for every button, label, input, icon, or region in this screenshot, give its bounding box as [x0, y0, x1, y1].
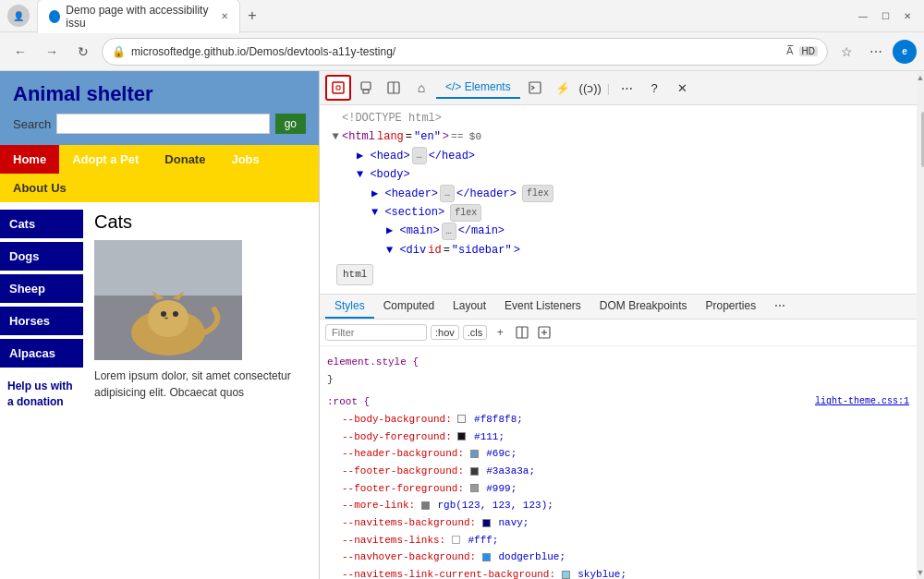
close-devtools-button[interactable]: ✕ [669, 75, 695, 101]
swatch-navhover-bg[interactable] [482, 553, 491, 561]
elements-tab[interactable]: </> Elements [436, 77, 520, 99]
add-style-button[interactable]: + [491, 323, 509, 342]
swatch-more-link[interactable] [421, 501, 430, 510]
swatch-footer-fg[interactable] [470, 484, 479, 492]
styles-tab[interactable]: Styles [325, 295, 374, 319]
window-controls: — ☐ ✕ [854, 6, 917, 25]
sidebar-item-horses[interactable]: Horses [0, 307, 83, 335]
nav-home[interactable]: Home [0, 145, 59, 174]
nav-about[interactable]: About Us [0, 174, 79, 202]
swatch-footer-bg[interactable] [470, 467, 479, 476]
new-tab-button[interactable]: + [240, 4, 264, 28]
collections-icon[interactable]: ⋯ [863, 39, 889, 65]
sidebar-help-text: Help us with a donation [0, 371, 83, 417]
nav-donate[interactable]: Donate [152, 145, 218, 174]
nav-jobs[interactable]: Jobs [218, 145, 272, 174]
search-button[interactable]: go [275, 114, 306, 134]
swatch-current-bg[interactable] [562, 571, 570, 579]
home-button[interactable]: ⌂ [408, 75, 434, 101]
nav-adopt[interactable]: Adopt a Pet [59, 145, 152, 174]
svg-rect-10 [363, 90, 369, 93]
svg-point-3 [148, 300, 188, 337]
computed-tab[interactable]: Computed [374, 295, 444, 319]
dom-breakpoints-tab[interactable]: DOM Breakpoints [590, 295, 697, 319]
inspect-element-button[interactable] [325, 75, 351, 101]
styles-toolbar: :hov .cls + [320, 320, 917, 346]
scroll-up-arrow[interactable]: ▲ [917, 71, 924, 84]
title-bar: 👤 Demo page with accessibility issu ✕ + … [0, 0, 924, 32]
svg-point-5 [173, 311, 178, 317]
svg-point-4 [161, 311, 166, 317]
tree-doctype: <!DOCTYPE html> [327, 109, 909, 127]
html-label: html [336, 264, 373, 285]
lorem-text: Lorem ipsum dolor, sit amet consectetur … [94, 368, 308, 401]
main-area: Animal shelter Search go Home Adopt a Pe… [0, 71, 924, 579]
help-button[interactable]: ? [641, 75, 667, 101]
swatch-body-fg[interactable] [457, 432, 466, 440]
svg-rect-8 [333, 82, 344, 93]
tab-favicon [49, 10, 60, 23]
css-var-current-bg: --navitems-link-current-background: skyb… [327, 566, 909, 579]
devtools-scrollbar[interactable]: ▲ ▼ [917, 71, 924, 579]
debugger-tab[interactable]: ⚡ [550, 75, 576, 101]
tree-main[interactable]: ▶ <main> … </main> [327, 222, 909, 240]
main-heading: Cats [94, 211, 308, 233]
swatch-navitems-links[interactable] [452, 536, 460, 544]
address-bar[interactable]: 🔒 microsoftedge.github.io/Demos/devtools… [102, 38, 828, 66]
profile-avatar[interactable]: 👤 [7, 5, 30, 27]
css-var-header-bg: --header-background: #69c; [327, 445, 909, 463]
title-bar-left: 👤 [7, 5, 30, 27]
section-flex-badge: flex [450, 204, 481, 222]
devtools-toolbar: ⌂ </> Elements ⚡ ((ɔ)) | ⋯ ? ✕ [320, 71, 917, 105]
html-label-container: html [333, 262, 904, 287]
hov-button[interactable]: :hov [431, 325, 459, 340]
filter-input[interactable] [325, 324, 427, 341]
network-tab[interactable]: ((ɔ)) [578, 75, 603, 101]
swatch-header-bg[interactable] [470, 450, 479, 458]
search-label: Search [13, 117, 51, 131]
device-toggle-button[interactable] [353, 75, 379, 101]
swatch-navitems-bg[interactable] [482, 519, 491, 527]
styles-more-button[interactable]: ⋯ [765, 295, 795, 319]
forward-button[interactable]: → [39, 39, 65, 65]
root-source[interactable]: light-theme.css:1 [815, 393, 909, 409]
minimize-button[interactable]: — [854, 6, 872, 25]
search-input[interactable] [56, 114, 269, 134]
sidebar-item-dogs[interactable]: Dogs [0, 242, 83, 271]
nav-bar: ← → ↻ 🔒 microsoftedge.github.io/Demos/de… [0, 32, 924, 71]
favorites-icon[interactable]: ☆ [833, 39, 859, 65]
properties-tab[interactable]: Properties [697, 295, 766, 319]
back-button[interactable]: ← [7, 39, 33, 65]
profile-icon[interactable]: e [893, 40, 917, 64]
css-var-body-fg: --body-foreground: #111; [327, 428, 909, 446]
maximize-button[interactable]: ☐ [876, 6, 894, 25]
scroll-down-arrow[interactable]: ▼ [917, 566, 924, 579]
tree-header[interactable]: ▶ <header> … </header> flex [327, 185, 909, 203]
refresh-button[interactable]: ↻ [70, 39, 96, 65]
tree-html[interactable]: ▼ <html lang="en" > == $0 [327, 127, 909, 146]
style-tabs-bar: Styles Computed Layout Event Listeners D… [320, 295, 917, 320]
close-button[interactable]: ✕ [898, 6, 917, 25]
panel-layout-button[interactable] [381, 75, 407, 101]
styles-content: element.style { } :root { light-theme.cs… [320, 346, 917, 579]
site-title: Animal shelter [13, 82, 306, 106]
more-tools-button[interactable]: ⋯ [614, 75, 639, 101]
nav-right-icons: ☆ ⋯ e [833, 39, 917, 65]
cls-button[interactable]: .cls [463, 325, 488, 340]
tab-close-button[interactable]: ✕ [221, 11, 228, 21]
active-tab[interactable]: Demo page with accessibility issu ✕ [37, 0, 240, 33]
tree-head[interactable]: ▶ <head> … </head> [327, 147, 909, 165]
tree-sidebar[interactable]: ▼ <div id="sidebar"> [327, 241, 909, 259]
console-tab[interactable] [522, 75, 548, 101]
css-var-navitems-bg: --navitems-background: navy; [327, 514, 909, 532]
sidebar-item-sheep[interactable]: Sheep [0, 274, 83, 303]
layout-tab[interactable]: Layout [444, 295, 495, 319]
sidebar-item-alpacas[interactable]: Alpacas [0, 339, 83, 368]
sidebar-item-cats[interactable]: Cats [0, 210, 83, 238]
toggle-element-pane-button[interactable] [513, 323, 531, 342]
tree-section[interactable]: ▼ <section> flex [327, 203, 909, 222]
tree-body[interactable]: ▼ <body> [327, 165, 909, 184]
event-listeners-tab[interactable]: Event Listeners [495, 295, 590, 319]
swatch-body-bg[interactable] [457, 415, 466, 423]
new-style-rule-button[interactable] [535, 323, 553, 342]
